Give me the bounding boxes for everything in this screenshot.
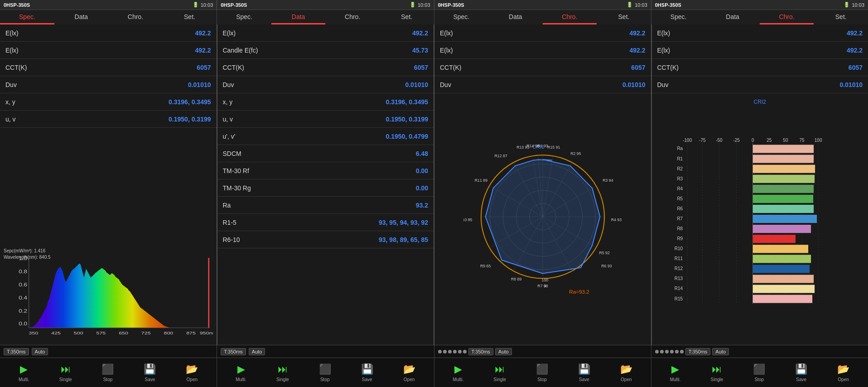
row-2-0: E(lx) 492.2: [217, 24, 434, 42]
save-label-4: Save: [796, 377, 806, 382]
label-2-8: TM-30 Rf: [223, 167, 249, 174]
tab-data-2[interactable]: Data: [271, 10, 326, 24]
timing-section-3: T:350ms Auto: [434, 345, 651, 358]
stop-icon-4: ⬛: [753, 363, 765, 375]
label-2-1: Candle E(fc): [223, 47, 258, 54]
multi-button-4[interactable]: ▶ Multi.: [670, 363, 681, 382]
svg-text:R15 91: R15 91: [547, 145, 560, 149]
row-1-5: u, v 0.1950, 0.3199: [0, 111, 217, 128]
open-button-2[interactable]: 📂 Open: [403, 363, 415, 382]
tab-set-1[interactable]: Set.: [163, 10, 217, 24]
row-2-3: Duv 0.01010: [217, 76, 434, 93]
svg-rect-89: [752, 195, 813, 203]
tab-data-3[interactable]: Data: [488, 10, 543, 24]
multi-button-2[interactable]: ▶ Multi.: [236, 363, 246, 382]
open-button-4[interactable]: 📂 Open: [837, 363, 849, 382]
svg-rect-81: [752, 155, 813, 163]
label-1-5: u, v: [5, 116, 16, 123]
save-button-3[interactable]: 💾 Save: [578, 363, 590, 382]
single-button-4[interactable]: ⏭ Single: [711, 363, 723, 382]
timing-badge-3: T:350ms: [468, 348, 494, 355]
dot-4-5: [675, 350, 679, 353]
stop-button-1[interactable]: ⬛ Stop: [101, 363, 114, 382]
svg-text:800: 800: [164, 330, 174, 335]
label-2-7: SDCM: [223, 150, 241, 157]
label-4-0: E(lx): [657, 29, 670, 37]
label-3-0: E(lx): [440, 29, 453, 37]
spider-chart-container: CRI1: [434, 97, 651, 345]
single-button-1[interactable]: ⏭ Single: [59, 363, 72, 382]
save-label-3: Save: [579, 377, 589, 382]
multi-button-3[interactable]: ▶ Multi.: [453, 363, 463, 382]
data-section-2: E(lx) 492.2 Candle E(fc) 45.73 CCT(K) 60…: [217, 24, 434, 345]
open-button-3[interactable]: 📂 Open: [620, 363, 632, 382]
save-button-4[interactable]: 💾 Save: [795, 363, 807, 382]
multi-icon-3: ▶: [454, 363, 462, 375]
svg-text:R2: R2: [677, 166, 683, 171]
row-2-6: u', v' 0.1950, 0.4799: [217, 128, 434, 145]
auto-badge-3[interactable]: Auto: [495, 348, 512, 355]
tab-chro-1[interactable]: Chro.: [108, 10, 163, 24]
tab-spec-1[interactable]: Spec.: [0, 10, 54, 24]
tab-data-1[interactable]: Data: [54, 10, 109, 24]
auto-badge-4[interactable]: Auto: [712, 348, 729, 355]
svg-text:R4 93: R4 93: [611, 218, 621, 222]
row-2-4: x, y 0.3196, 0.3495: [217, 93, 434, 111]
cri2-title: CRI2: [656, 99, 865, 105]
value-2-10: 93.2: [416, 202, 428, 209]
label-2-9: TM-30 Rg: [223, 184, 251, 192]
svg-text:50: 50: [783, 138, 788, 143]
label-2-4: x, y: [223, 98, 233, 106]
svg-text:R14 96: R14 96: [526, 143, 539, 148]
svg-text:725: 725: [141, 330, 151, 335]
label-2-10: Ra: [223, 202, 231, 209]
label-2-6: u', v': [223, 133, 236, 140]
single-button-2[interactable]: ⏭ Single: [276, 363, 289, 382]
open-label-2: Open: [404, 377, 415, 382]
multi-button-1[interactable]: ▶ Multi.: [19, 363, 29, 382]
tab-data-4[interactable]: Data: [705, 10, 760, 24]
stop-button-2[interactable]: ⬛ Stop: [319, 363, 331, 382]
open-icon-3: 📂: [620, 363, 632, 375]
multi-icon-4: ▶: [671, 363, 679, 375]
label-1-0: E(lx): [5, 29, 19, 37]
save-button-2[interactable]: 💾 Save: [361, 363, 373, 382]
value-4-3: 0.01010: [839, 81, 863, 88]
svg-text:25: 25: [767, 138, 772, 143]
label-2-3: Duv: [223, 81, 234, 88]
stop-button-3[interactable]: ⬛ Stop: [536, 363, 548, 382]
svg-text:0.0: 0.0: [19, 321, 27, 327]
stop-button-4[interactable]: ⬛ Stop: [753, 363, 765, 382]
single-button-3[interactable]: ⏭ Single: [493, 363, 506, 382]
tab-spec-4[interactable]: Spec.: [651, 10, 706, 24]
svg-text:0.4: 0.4: [19, 295, 27, 300]
auto-badge-1[interactable]: Auto: [32, 348, 48, 355]
tab-set-3[interactable]: Set.: [597, 10, 651, 24]
save-button-1[interactable]: 💾 Save: [144, 363, 156, 382]
row-2-10: Ra 93.2: [217, 197, 434, 214]
dot-3-5: [458, 350, 462, 353]
data-section-3: E(lx) 492.2 E(lx) 492.2 CCT(K) 6057 Duv …: [434, 24, 651, 97]
svg-rect-93: [752, 215, 816, 223]
dot-3-2: [443, 350, 447, 353]
row-2-2: CCT(K) 6057: [217, 59, 434, 76]
row-1-4: x, y 0.3196, 0.3495: [0, 93, 217, 111]
row-2-8: TM-30 Rf 0.00: [217, 162, 434, 179]
single-icon-3: ⏭: [495, 363, 505, 375]
tab-set-4[interactable]: Set.: [814, 10, 868, 24]
tab-set-2[interactable]: Set.: [380, 10, 434, 24]
tab-chro-2[interactable]: Chro.: [325, 10, 380, 24]
svg-text:575: 575: [96, 330, 106, 335]
single-icon-2: ⏭: [278, 363, 288, 375]
tab-spec-3[interactable]: Spec.: [434, 10, 489, 24]
label-1-1: E(lx): [5, 47, 19, 54]
row-4-2: CCT(K) 6057: [652, 59, 868, 76]
auto-badge-2[interactable]: Auto: [249, 348, 265, 355]
tab-spec-2[interactable]: Spec.: [217, 10, 271, 24]
tab-chro-4[interactable]: Chro.: [760, 10, 814, 24]
open-button-1[interactable]: 📂 Open: [186, 363, 198, 382]
single-label-3: Single: [493, 377, 506, 382]
svg-text:R8: R8: [677, 226, 683, 231]
svg-text:R14: R14: [674, 286, 683, 291]
tab-chro-3[interactable]: Chro.: [543, 10, 597, 24]
